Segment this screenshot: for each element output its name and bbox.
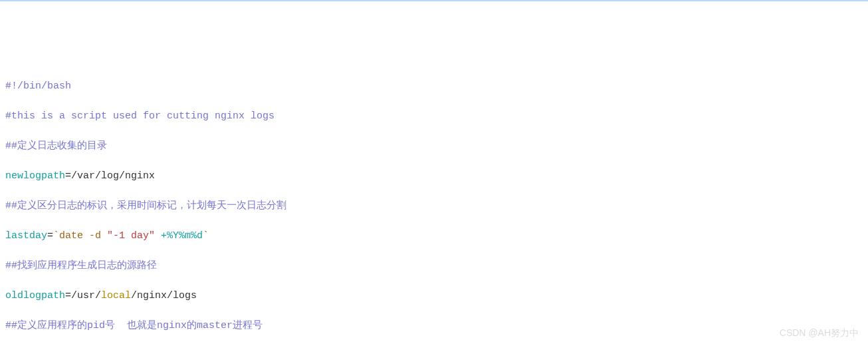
code-line: ##定义日志收集的目录 (5, 139, 863, 154)
code-block: #!/bin/bash #this is a script used for c… (5, 64, 863, 344)
code-line: oldlogpath=/usr/local/nginx/logs (5, 289, 863, 304)
backtick: ` (53, 230, 59, 242)
code-line: ##找到应用程序生成日志的源路径 (5, 259, 863, 274)
path: /nginx/logs (131, 290, 197, 301)
comment: ##定义区分日志的标识，采用时间标记，计划每天一次日志分割 (5, 200, 286, 212)
string: "-1 day" (107, 230, 155, 242)
path: /usr/ (71, 290, 101, 301)
comment: #this is a script used for cutting nginx… (5, 110, 274, 122)
path: /var/log/nginx (71, 170, 155, 182)
code-line: newlogpath=/var/log/nginx (5, 169, 863, 184)
watermark: CSDN @AH努力中 (780, 326, 859, 340)
comment: ##定义应用程序的pid号 也就是nginx的master进程号 (5, 320, 263, 331)
variable: lastday (5, 230, 47, 242)
code-line: #!/bin/bash (5, 79, 863, 94)
code-line: ##定义区分日志的标识，采用时间标记，计划每天一次日志分割 (5, 199, 863, 214)
variable: oldlogpath (5, 290, 65, 301)
comment: ##定义日志收集的目录 (5, 140, 107, 152)
code-line: #this is a script used for cutting nginx… (5, 109, 863, 124)
code-line: ##定义应用程序的pid号 也就是nginx的master进程号 (5, 319, 863, 334)
backtick: ` (203, 230, 209, 242)
operator: = (47, 230, 53, 242)
code-line: lastday=`date -d "-1 day" +%Y%m%d` (5, 229, 863, 244)
format: +%Y%m%d (155, 230, 203, 242)
operator: = (65, 290, 71, 301)
shebang: #!/bin/bash (5, 81, 71, 92)
variable: newlogpath (5, 170, 65, 182)
comment: ##找到应用程序生成日志的源路径 (5, 260, 157, 271)
command: date -d (59, 230, 107, 242)
path-local: local (101, 290, 131, 301)
operator: = (65, 170, 71, 182)
